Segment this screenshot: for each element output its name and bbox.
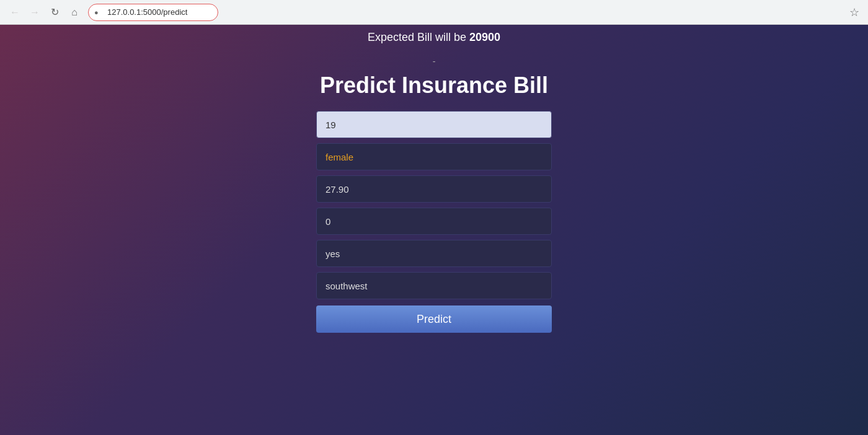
sex-input[interactable] [316,143,552,170]
nav-buttons: ← → ↻ ⌂ [6,4,83,21]
children-input[interactable] [316,208,552,235]
page-content: Expected Bill will be 20900 - Predict In… [0,25,868,435]
dash-text: - [433,56,436,66]
address-bar[interactable] [88,4,218,21]
region-input[interactable] [316,272,552,299]
page-title: Predict Insurance Bill [320,72,548,99]
bookmark-star-button[interactable]: ☆ [847,3,862,22]
back-button[interactable]: ← [6,4,24,21]
home-button[interactable]: ⌂ [66,4,83,21]
form-fields: Predict [316,111,552,333]
age-input[interactable] [316,111,552,138]
predict-button[interactable]: Predict [316,305,552,333]
smoker-input[interactable] [316,240,552,267]
address-bar-wrapper: ● [88,4,218,21]
result-value: 20900 [469,31,500,43]
result-prefix: Expected Bill will be [368,31,469,43]
form-container: Predict Insurance Bill Predict [0,72,868,333]
reload-button[interactable]: ↻ [46,4,63,21]
browser-chrome: ← → ↻ ⌂ ● ☆ [0,0,868,25]
result-text: Expected Bill will be 20900 [368,31,500,44]
bmi-input[interactable] [316,175,552,203]
forward-button[interactable]: → [26,4,43,21]
